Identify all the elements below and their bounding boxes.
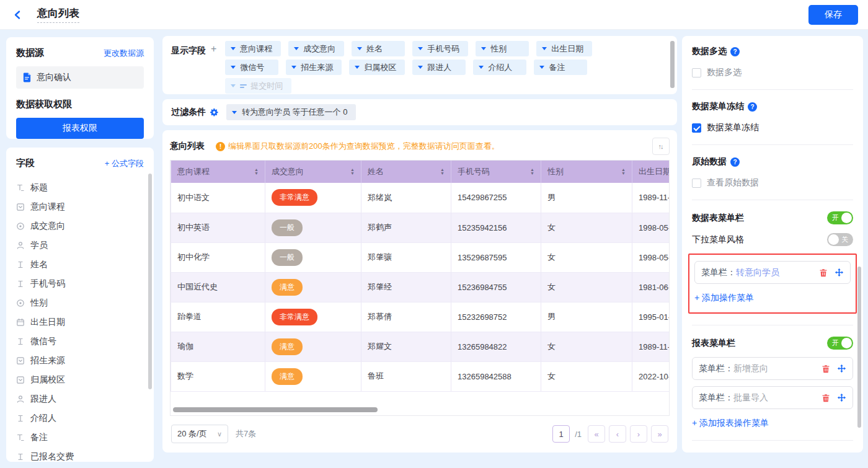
menu-item-row[interactable]: 菜单栏： 转意向学员	[694, 261, 851, 284]
delete-icon[interactable]	[822, 364, 830, 373]
display-field-chip-label: 提交时间	[250, 81, 283, 92]
filter-condition-chip[interactable]: 转为意向学员 等于任意一个 0	[226, 104, 356, 120]
display-field-chip[interactable]: 意向课程	[225, 41, 281, 56]
column-header[interactable]: 意向课程▲▼	[171, 161, 265, 183]
dropdown-style-toggle-off[interactable]: 关	[827, 233, 853, 246]
help-icon[interactable]: ?	[748, 102, 757, 112]
last-page-button[interactable]: »	[651, 425, 668, 443]
report-menu-items: 菜单栏：新增意向菜单栏：批量导入	[692, 357, 853, 409]
menu-item-row[interactable]: 菜单栏：批量导入	[692, 386, 853, 409]
field-item[interactable]: 备注	[16, 428, 150, 447]
horizontal-scrollbar[interactable]	[173, 407, 378, 412]
display-field-chip-label: 跟进人	[427, 62, 451, 73]
field-item[interactable]: 出生日期	[16, 312, 150, 332]
multi-select-checkbox-row[interactable]: 数据多选	[692, 67, 853, 78]
field-item[interactable]: 标题	[16, 178, 150, 197]
display-fields-scrollbar[interactable]	[670, 41, 675, 88]
select-icon	[16, 356, 25, 365]
menu-freeze-checkbox-row[interactable]: 数据菜单冻结	[692, 122, 853, 133]
column-header[interactable]: 成交意向▲▼	[265, 161, 361, 183]
display-field-chip[interactable]: 归属校区	[349, 60, 405, 75]
back-button[interactable]	[10, 7, 26, 23]
chevron-down-icon	[539, 66, 544, 69]
report-menu-toggle-on[interactable]: 开	[827, 337, 853, 350]
intent-cell: 一般	[265, 242, 361, 272]
display-field-chip[interactable]: 跟进人	[412, 60, 466, 75]
add-formula-field-link[interactable]: + 公式字段	[105, 158, 144, 169]
display-field-chip[interactable]: 性别	[476, 41, 529, 56]
delete-icon[interactable]	[819, 268, 828, 277]
sort-icon[interactable]: ▲▼	[621, 168, 626, 175]
checkbox-unchecked[interactable]	[692, 179, 701, 188]
move-icon[interactable]	[837, 364, 846, 373]
field-item[interactable]: 招生来源	[16, 351, 150, 370]
page-size-select[interactable]: 20 条/页 ∨	[171, 425, 228, 443]
field-item[interactable]: 学员	[16, 236, 150, 255]
help-icon[interactable]: ?	[730, 47, 740, 56]
save-button[interactable]: 保存	[808, 5, 858, 25]
table-row[interactable]: 中国近代史满意郑肇经15236984755女1981-06-	[171, 272, 670, 302]
table-row[interactable]: 初中英语一般郑鹤声15235942156女1998-05-	[171, 213, 670, 242]
column-header[interactable]: 手机号码▲▼	[451, 161, 541, 183]
help-icon[interactable]: ?	[730, 157, 740, 167]
column-header[interactable]: 出生日期▲▼	[632, 161, 670, 183]
sort-icon[interactable]: ▲▼	[440, 168, 445, 175]
report-permission-button[interactable]: 报表权限	[16, 118, 144, 139]
menu-item-row[interactable]: 菜单栏：新增意向	[692, 357, 853, 380]
display-field-chip[interactable]: 介绍人	[473, 60, 526, 75]
field-item[interactable]: 手机号码	[16, 274, 150, 293]
column-header[interactable]: 姓名▲▼	[361, 161, 451, 183]
display-field-chip[interactable]: 成交意向	[288, 41, 344, 56]
column-header[interactable]: 性别▲▼	[541, 161, 632, 183]
datasource-item[interactable]: 意向确认	[16, 66, 144, 89]
table-row[interactable]: 初中语文非常满意郑绪岚15429867255男1989-11-	[171, 183, 670, 213]
field-item[interactable]: 跟进人	[16, 389, 150, 408]
settings-scrollbar[interactable]	[857, 267, 861, 428]
sort-icon[interactable]: ▲▼	[350, 168, 355, 175]
display-field-chip[interactable]: 招生来源	[286, 60, 342, 75]
current-page-box[interactable]: 1	[552, 425, 570, 443]
field-item[interactable]: 成交意向	[16, 216, 150, 236]
display-field-chip[interactable]: 手机号码	[412, 41, 468, 56]
add-action-menu-link[interactable]: + 添加操作菜单	[694, 293, 754, 304]
column-header-label: 出生日期	[639, 166, 670, 177]
display-field-chip-label: 性别	[490, 43, 507, 55]
display-field-chip[interactable]: 姓名	[352, 41, 405, 56]
first-page-button[interactable]: «	[588, 425, 605, 443]
display-field-chip[interactable]: 出生日期	[536, 41, 592, 56]
fields-scrollbar[interactable]	[148, 174, 152, 389]
person-icon	[16, 395, 25, 404]
field-item[interactable]: 介绍人	[16, 408, 150, 428]
table-row[interactable]: 初中化学一般郑肇骧13529687595女1998-05-	[171, 242, 670, 272]
checkbox-checked[interactable]	[692, 123, 701, 133]
gear-icon[interactable]	[210, 108, 219, 117]
table-row[interactable]: 瑜伽满意郑耀文13265984822女1989-11-	[171, 332, 670, 361]
table-row[interactable]: 跆拳道非常满意郑慕倩15232698752男1995-01-	[171, 302, 670, 332]
table-sort-button[interactable]: ↑↓	[652, 138, 670, 155]
raw-data-checkbox-row[interactable]: 查看原始数据	[692, 177, 853, 188]
chevron-down-icon	[542, 47, 547, 50]
display-field-chip[interactable]: 微信号	[225, 60, 278, 75]
next-page-button[interactable]: ›	[630, 425, 647, 443]
prev-page-button[interactable]: ‹	[609, 425, 626, 443]
sort-icon[interactable]: ▲▼	[254, 168, 259, 175]
field-item[interactable]: 姓名	[16, 255, 150, 274]
field-item[interactable]: 性别	[16, 293, 150, 312]
field-item[interactable]: 意向课程	[16, 197, 150, 216]
add-report-action-menu-link[interactable]: + 添加报表操作菜单	[692, 418, 769, 429]
add-display-field-button[interactable]: +	[206, 41, 216, 97]
gender-cell: 女	[541, 242, 632, 272]
move-icon[interactable]	[837, 393, 846, 402]
table-menu-toggle-on[interactable]: 开	[827, 211, 853, 224]
checkbox-unchecked[interactable]	[692, 68, 701, 77]
delete-icon[interactable]	[822, 394, 830, 402]
table-row[interactable]: 数学满意鲁班132659842588女2022-10-	[171, 361, 670, 391]
field-item[interactable]: 已报名交费	[16, 447, 150, 462]
change-datasource-link[interactable]: 更改数据源	[104, 48, 144, 59]
field-item[interactable]: 归属校区	[16, 370, 150, 389]
move-icon[interactable]	[835, 268, 844, 277]
display-field-chip[interactable]: 备注	[534, 60, 587, 75]
field-item[interactable]: 微信号	[16, 332, 150, 351]
column-header-label: 手机号码	[458, 166, 490, 177]
sort-icon[interactable]: ▲▼	[530, 168, 534, 175]
